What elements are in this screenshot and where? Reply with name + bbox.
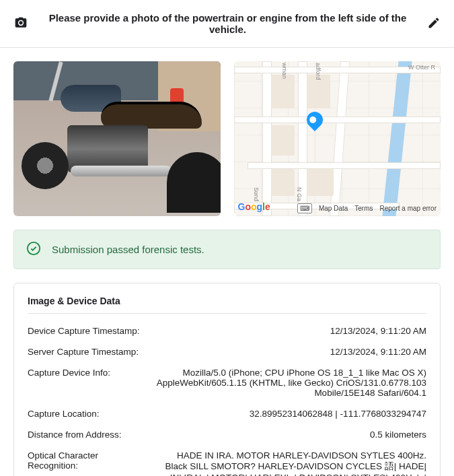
data-key: Server Capture Timestamp: — [28, 347, 139, 357]
location-map[interactable]: W Otter R wman adford Sund N Ga Google ⌨… — [234, 61, 441, 216]
data-row: Device Capture Timestamp:12/13/2024, 9:1… — [28, 320, 426, 341]
data-value: 12/13/2024, 9:11:20 AM — [152, 347, 426, 357]
map-road-label: Sund — [253, 187, 260, 201]
google-logo: Google — [238, 201, 270, 212]
map-data-link[interactable]: Map Data — [319, 205, 348, 212]
data-value: 12/13/2024, 9:11:20 AM — [153, 326, 426, 336]
data-value: 32.89952314062848 | -111.7768033294747 — [113, 409, 426, 419]
status-message: Submission passed forensic tests. — [52, 244, 204, 255]
map-road-label: N Ga — [296, 187, 303, 201]
media-row: W Otter R wman adford Sund N Ga Google ⌨… — [0, 48, 454, 230]
data-key: Device Capture Timestamp: — [28, 326, 140, 336]
keyboard-icon[interactable]: ⌨ — [297, 203, 312, 213]
map-road-label: W Otter R — [408, 64, 435, 71]
check-circle-icon — [26, 241, 41, 258]
map-attribution: ⌨ Map Data Terms Report a map error — [297, 203, 437, 213]
map-report-link[interactable]: Report a map error — [380, 205, 437, 212]
uploaded-photo[interactable] — [13, 61, 221, 216]
panel-heading: Image & Device Data — [28, 296, 426, 314]
status-banner: Submission passed forensic tests. — [13, 230, 441, 269]
data-key: Capture Device Info: — [28, 368, 110, 398]
info-panel: Image & Device Data Device Capture Times… — [13, 283, 441, 476]
data-row: Optical Character Recognition:HADE IN IR… — [28, 445, 426, 476]
data-key: Optical Character Recognition: — [28, 450, 149, 476]
data-row: Capture Device Info:Mozilla/5.0 (iPhone;… — [28, 362, 426, 403]
map-road-label: wman — [281, 63, 288, 79]
map-terms-link[interactable]: Terms — [354, 205, 373, 212]
data-value: HADE IN IRA. MOTOR HARLEY-DAVIDSON SYTLE… — [162, 450, 426, 476]
data-row: Server Capture Timestamp:12/13/2024, 9:1… — [28, 341, 426, 362]
data-row: Capture Location:32.89952314062848 | -11… — [28, 403, 426, 424]
page-title: Please provide a photo of the powertrain… — [42, 12, 414, 35]
map-road-label: adford — [315, 63, 321, 80]
camera-icon — [13, 16, 28, 32]
svg-point-0 — [28, 242, 40, 254]
data-row: Distance from Address:0.5 kilometers — [28, 424, 426, 445]
data-key: Distance from Address: — [28, 430, 122, 440]
data-value: Mozilla/5.0 (iPhone; CPU iPhone OS 18_1_… — [124, 368, 426, 398]
data-value: 0.5 kilometers — [135, 430, 426, 440]
edit-icon[interactable] — [427, 16, 441, 32]
page-header: Please provide a photo of the powertrain… — [0, 0, 454, 48]
data-key: Capture Location: — [28, 409, 100, 419]
